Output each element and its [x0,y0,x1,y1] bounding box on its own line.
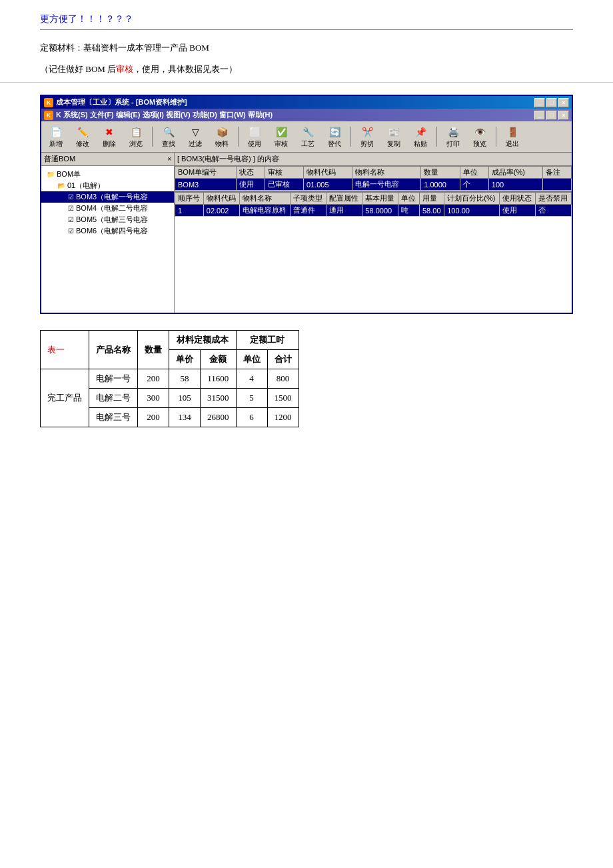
new-button[interactable]: 📄 新增 [44,123,68,151]
row-label-cell: 完工产品 [41,369,89,427]
col-disabled: 是否禁用 [535,193,571,205]
app-icon: K [44,98,53,107]
detail-grid-row[interactable]: 1 02.002 电解电容原料 普通件 通用 58.0000 吨 58.00 1… [175,205,572,217]
bom-tree: 📁BOM单 📂01（电解） ☑BOM3（电解一号电容 ☑BOM4（电解二号电容 … [41,166,174,239]
edit-button[interactable]: ✏️ 修改 [71,123,95,151]
col-material-name: 物料名称 [352,167,420,179]
checked-icon-2: ☑ [68,205,74,212]
material-button[interactable]: 📦 物料 [210,123,234,151]
use-button[interactable]: ⬜ 使用 [243,123,267,151]
delete-icon: ✖ [102,125,117,139]
cell-unit-price-1: 105 [169,389,201,408]
cell-config: 通用 [326,205,362,217]
right-panel: [ BOM3(电解一号电容) ] 的内容 BOM单编号 状态 审核 物料代码 物… [175,153,572,313]
window-title: 成本管理〔工业〕系统 - [BOM资料维护] [56,97,187,107]
cell-time-total-1: 1500 [267,389,299,408]
replace-label: 替代 [328,139,341,149]
top-grid: BOM单编号 状态 审核 物料代码 物料名称 数量 单位 成品率(%) 备注 [175,166,572,191]
note-highlight: 审核 [116,64,133,74]
tree-item-bom3[interactable]: ☑BOM3（电解一号电容 [41,191,174,203]
cell-amount-2: 26800 [201,408,237,427]
col-time-total-header: 合计 [267,350,299,369]
checked-icon-4: ☑ [68,227,74,235]
cell-disabled: 否 [535,205,571,217]
search-label: 查找 [162,139,175,149]
inner-title-left: K K 系统(S) 文件(F) 编辑(E) 选项(I) 视图(V) 功能(D) … [44,110,273,120]
preview-button[interactable]: 👁️ 预览 [468,123,492,151]
review-label: 审核 [275,139,288,149]
col-rate: 成品率(%) [488,167,542,179]
data-table-one: 表一 产品名称 数量 材料定额成本 定额工时 单价 金额 单位 合计 完工产品 … [40,330,299,427]
detail-grid-header-row: 顺序号 物料代码 物料名称 子项类型 配置属性 基本用量 单位 用量 计划百分比… [175,193,572,205]
cell-base-qty: 58.0000 [362,205,398,217]
cut-icon: ✂️ [360,125,374,139]
cell-qty-0: 200 [138,369,169,389]
top-grid-container: BOM单编号 状态 审核 物料代码 物料名称 数量 单位 成品率(%) 备注 [175,166,572,191]
col-seq: 顺序号 [175,193,204,205]
cell-time-unit-2: 6 [236,408,267,427]
note-before: （记住做好 BOM 后 [40,64,116,74]
paste-label: 粘贴 [414,139,427,149]
search-button[interactable]: 🔍 查找 [157,123,181,151]
cut-button[interactable]: ✂️ 剪切 [355,123,379,151]
filter-button[interactable]: ▽ 过滤 [183,123,207,151]
top-grid-row[interactable]: BOM3 使用 已审核 01.005 电解一号电容 1.0000 个 100 [175,179,572,191]
col-review: 审核 [265,167,304,179]
col-qty-header: 数量 [138,331,169,369]
title-bar-left: K 成本管理〔工业〕系统 - [BOM资料维护] [44,97,187,107]
maximize-button[interactable]: □ [546,98,557,107]
close-button[interactable]: × [558,98,569,107]
delete-button[interactable]: ✖ 删除 [97,123,121,151]
inner-minimize-button[interactable]: _ [534,111,545,120]
tree-item-bom[interactable]: 📁BOM单 [41,169,174,180]
panel-close-button[interactable]: × [167,155,171,163]
search-icon: 🔍 [161,125,176,139]
cell-unit: 个 [460,179,489,191]
top-section: 更方便了！！！？？？ 定额材料：基础资料一成本管理一产品 BOM （记住做好 B… [0,0,613,83]
sep4 [436,127,437,147]
col-bom-no: BOM单编号 [175,167,237,179]
minimize-button[interactable]: _ [534,98,545,107]
inner-window-controls: _ □ × [534,111,569,120]
process-label: 工艺 [301,139,314,149]
cell-note [543,179,572,191]
col-amount-header: 金额 [201,350,237,369]
inner-close-button[interactable]: × [558,111,569,120]
review-button[interactable]: ✅ 审核 [269,123,293,151]
cell-time-total-0: 800 [267,369,299,389]
col-config: 配置属性 [326,193,362,205]
note-after: ，使用，具体数据见表一） [133,64,237,74]
col-material-group-header: 材料定额成本 [169,331,237,350]
filter-icon: ▽ [188,125,203,139]
use-icon: ⬜ [247,125,262,139]
col-base-qty: 基本用量 [362,193,398,205]
cell-time-unit-1: 5 [236,389,267,408]
print-button[interactable]: 🖨️ 打印 [441,123,465,151]
col-use-status: 使用状态 [499,193,535,205]
tree-item-bom6[interactable]: ☑BOM6（电解四号电容 [41,225,174,237]
tree-item-bom5[interactable]: ☑BOM5（电解三号电容 [41,214,174,225]
inner-maximize-button[interactable]: □ [546,111,557,120]
toolbar: 📄 新增 ✏️ 修改 ✖ 删除 📋 浏览 🔍 查找 ▽ 过滤 [41,121,572,153]
cell-time-total-2: 1200 [267,408,299,427]
tree-item-bom4[interactable]: ☑BOM4（电解二号电容 [41,203,174,214]
exit-button[interactable]: 🚪 退出 [500,123,524,151]
use-label: 使用 [248,139,261,149]
col-time-unit-header: 单位 [236,350,267,369]
checked-icon-3: ☑ [68,216,74,223]
inner-window-title: K 系统(S) 文件(F) 编辑(E) 选项(I) 视图(V) 功能(D) 窗口… [56,110,273,120]
browse-label: 浏览 [129,139,143,149]
intro-link[interactable]: 更方便了！！！？？？ [40,14,133,24]
path-text: 定额材料：基础资料一成本管理一产品 BOM [40,42,573,54]
note-text: （记住做好 BOM 后审核，使用，具体数据见表一） [40,63,573,75]
process-button[interactable]: 🔧 工艺 [296,123,320,151]
cell-part-name: 电解电容原料 [239,205,290,217]
col-plan-pct: 计划百分比(%) [444,193,500,205]
cell-unit-price-0: 58 [169,369,201,389]
replace-button[interactable]: 🔄 替代 [322,123,346,151]
tree-item-01[interactable]: 📂01（电解） [41,180,174,191]
cell-qty: 1.0000 [421,179,460,191]
copy-button[interactable]: 📰 复制 [382,123,406,151]
paste-button[interactable]: 📌 粘贴 [408,123,432,151]
browse-button[interactable]: 📋 浏览 [124,123,148,151]
